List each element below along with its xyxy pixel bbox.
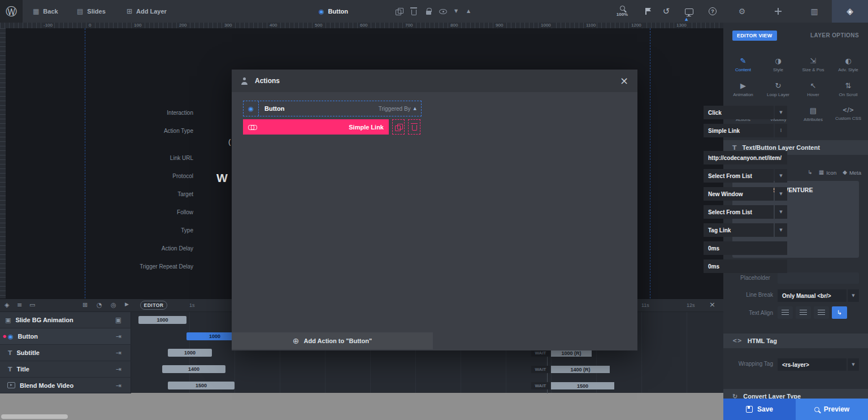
preview-button[interactable]: Preview (796, 399, 868, 420)
tab-arrow-icon[interactable]: ⇥ (116, 349, 121, 356)
zoom-control[interactable]: 100% (613, 0, 632, 23)
chevron-down-icon[interactable]: ▼ (775, 205, 787, 219)
delete-action-button[interactable] (408, 119, 420, 135)
close-icon[interactable]: × (709, 301, 715, 308)
tab-arrow-icon[interactable]: ⇥ (116, 333, 121, 340)
editor-view-button[interactable]: EDITOR VIEW (732, 31, 777, 41)
duration-bar[interactable]: 1000 (168, 349, 212, 357)
list-icon[interactable]: ≡ (17, 302, 22, 308)
insert-arrow-icon[interactable]: ↳ (808, 170, 812, 175)
chevron-down-icon[interactable]: ▼ (848, 358, 859, 371)
trigger-item-button[interactable]: ◉ Button Triggered By ▲ (243, 101, 422, 116)
settings-button[interactable]: ⚙ (734, 0, 750, 23)
delete-layer-button[interactable] (407, 0, 420, 23)
lock-layer-button[interactable] (422, 0, 435, 23)
move-down-button[interactable]: ▼ (450, 0, 462, 23)
grid-icon[interactable]: ⊞ (83, 302, 88, 308)
tab-arrow-icon[interactable]: ⇥ (116, 366, 121, 373)
align-center-button[interactable] (796, 306, 811, 319)
layers-icon[interactable]: ◈ (5, 302, 9, 308)
wrapping-tag-select[interactable]: <rs-layer> ▼ (778, 358, 859, 371)
tab-style[interactable]: ◑ Style (761, 52, 796, 77)
addons-button[interactable] (770, 0, 787, 23)
duplicate-action-button[interactable] (392, 119, 405, 135)
duration-bar[interactable]: 1500 (168, 382, 235, 389)
layer-options-tab[interactable]: LAYER OPTIONS (810, 32, 859, 38)
tab-hover[interactable]: ↖ Hover (796, 77, 831, 102)
chevron-down-icon[interactable]: ▼ (775, 169, 787, 183)
ruler-tick: 1200 (630, 23, 643, 28)
tab-attributes[interactable]: ▤ Attributes (796, 102, 831, 127)
wait-value[interactable]: 1500 (551, 382, 614, 389)
duration-bar[interactable]: 1400 (162, 365, 225, 373)
toggle-visibility-button[interactable] (436, 0, 450, 23)
align-right-button[interactable] (814, 306, 829, 319)
tab-adv-style[interactable]: ◐ Adv. Style (831, 52, 866, 77)
close-icon[interactable]: × (620, 76, 628, 86)
timeline-row[interactable]: Blend Mode Video ⇥ 1500 WAIT 1500 (0, 378, 723, 393)
align-inherit-button[interactable]: ↳ (832, 306, 847, 319)
slides-button[interactable]: ▤ Slides (77, 0, 106, 23)
device-preview-button[interactable] (682, 0, 696, 23)
layer-row-blend-video[interactable]: Blend Mode Video ⇥ (0, 378, 131, 393)
wordpress-logo-icon[interactable]: Ⓦ (0, 0, 23, 23)
save-button[interactable]: Save (723, 399, 796, 420)
line-break-select[interactable]: Only Manual <br/> ▼ (778, 289, 859, 302)
target-select[interactable]: New Window ▼ (704, 187, 787, 201)
protocol-select[interactable]: Select From List ▼ (704, 169, 787, 183)
type-select[interactable]: Tag Link ▼ (704, 223, 787, 237)
tab-animation[interactable]: ▶ Animation (726, 77, 761, 102)
tab-arrow-icon[interactable]: ⇥ (116, 382, 121, 389)
placeholder-input[interactable] (778, 272, 859, 284)
layer-row-subtitle[interactable]: T Subtitle ⇥ (0, 345, 131, 361)
layer-row-title[interactable]: T Title ⇥ (0, 361, 131, 378)
timeline-row[interactable]: T Title ⇥ 1400 WAIT 1400 (R) (0, 361, 723, 378)
tab-custom-css[interactable]: </> Custom CSS (831, 102, 866, 127)
layer-row-slide-bg[interactable]: ▣ Slide BG Animation ▣ (0, 312, 131, 328)
move-up-button[interactable]: ▲ (462, 0, 475, 23)
trigger-repeat-delay-input[interactable]: 0ms (704, 259, 787, 273)
globe-icon[interactable]: ◎ (111, 302, 116, 308)
tab-size-pos[interactable]: ⇲ Size & Pos (796, 52, 831, 77)
tab-content[interactable]: ✎ Content (726, 52, 761, 77)
html-tag-section-header[interactable]: <> HTML Tag (723, 334, 868, 348)
layer-row-button[interactable]: ● ◉ Button ⇥ (0, 328, 131, 345)
chevron-down-icon[interactable]: ▼ (775, 187, 787, 201)
duplicate-layer-button[interactable] (392, 0, 406, 23)
selected-layer-indicator[interactable]: ◉ Button (319, 0, 348, 23)
layers-panel-button[interactable]: ◈ (832, 0, 868, 23)
interaction-select[interactable]: Click ▼ (704, 106, 787, 119)
image-icon[interactable]: ▣ (115, 317, 121, 323)
icon-picker-button[interactable]: ▦ Icon (819, 170, 836, 176)
folder-icon[interactable]: ▭ (29, 302, 35, 308)
chevron-down-icon[interactable]: ▼ (775, 223, 787, 237)
clock-icon[interactable]: ◔ (97, 302, 102, 308)
tab-loop-layer[interactable]: ↻ Loop Layer (761, 77, 796, 102)
timeline-mode-dropdown[interactable]: EDITOR (140, 301, 167, 310)
zoom-level: 100% (617, 12, 628, 17)
tab-on-scroll[interactable]: ⇅ On Scroll (831, 77, 866, 102)
play-icon[interactable]: ▶ (125, 302, 129, 307)
back-button[interactable]: ▦ Back (33, 0, 58, 23)
link-url-input[interactable]: http://codecanyon.net/item/ (704, 151, 787, 164)
help-button[interactable]: ? (705, 0, 720, 23)
follow-select[interactable]: Select From List ▼ (704, 205, 787, 219)
kebab-menu-icon[interactable]: ⋮ (775, 124, 787, 137)
chevron-down-icon[interactable]: ▼ (848, 289, 859, 302)
action-item-simple-link[interactable]: Simple Link (243, 119, 389, 135)
action-type-select[interactable]: Simple Link ⋮ (704, 124, 787, 137)
action-delay-input[interactable]: 0ms (704, 241, 787, 255)
align-left-button[interactable] (778, 306, 793, 319)
horizontal-scrollbar[interactable] (1, 414, 68, 419)
section-title: HTML Tag (748, 337, 777, 344)
wait-value[interactable]: 1400 (R) (551, 366, 610, 373)
pointer-mode-button[interactable] (639, 0, 653, 23)
triggered-by-toggle[interactable]: Triggered By ▲ (379, 106, 416, 112)
chevron-down-icon[interactable]: ▼ (775, 106, 787, 119)
meta-button[interactable]: ◆ Meta (843, 170, 861, 176)
history-button[interactable]: ↺ (659, 0, 674, 23)
duration-bar[interactable]: 1000 (138, 316, 186, 324)
add-layer-button[interactable]: ⊞ Add Layer (127, 0, 167, 23)
panels-button[interactable]: ▥ (806, 0, 823, 23)
add-action-button[interactable]: ⊕ Add Action to "Button" (232, 332, 433, 349)
